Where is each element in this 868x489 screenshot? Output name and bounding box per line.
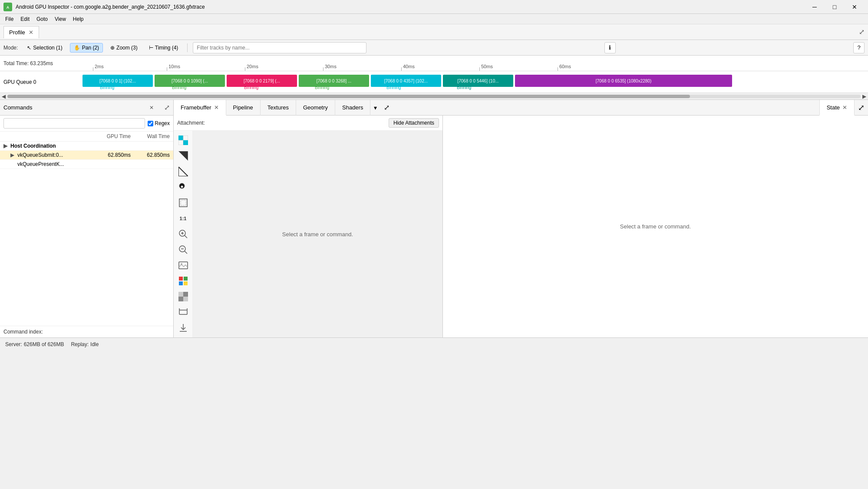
maximize-button[interactable]: □: [825, 0, 845, 14]
commands-panel-title: Commands: [3, 104, 146, 111]
menu-view[interactable]: View: [51, 15, 69, 23]
tab-geometry[interactable]: Geometry: [296, 100, 335, 116]
mode-pan-button[interactable]: ✋ Pan (2): [70, 43, 103, 53]
scrollbar-track[interactable]: [7, 95, 861, 98]
download-icon-btn[interactable]: [176, 321, 190, 335]
mode-selection-button[interactable]: ↖ Selection (1): [23, 43, 66, 53]
right-content: Attachment: Hide Attachments: [174, 116, 868, 337]
triangle-bottom-left-icon-btn[interactable]: [176, 165, 190, 178]
right-panels-expand-button[interactable]: ⤢: [380, 100, 393, 116]
triangle-top-right-icon-btn[interactable]: [176, 149, 190, 163]
replay-value: Idle: [90, 341, 99, 347]
server-info: Server: 626MB of 626MB: [5, 341, 64, 347]
framebuffer-empty-message: Select a frame or command.: [282, 231, 353, 238]
minimize-button[interactable]: ─: [805, 0, 825, 14]
color-channels-icon-btn[interactable]: ◆: [176, 180, 190, 194]
gpu-block-1[interactable]: [7068 0 0 1] (102...: [83, 75, 153, 87]
gpu-block-2[interactable]: [7068 0 0 1090] (...: [155, 75, 225, 87]
scrollbar-thumb[interactable]: [7, 95, 690, 98]
regex-checkbox-label: Regex: [148, 120, 170, 126]
svg-rect-3: [183, 135, 188, 140]
zoom-out-icon-btn[interactable]: [176, 243, 190, 257]
svg-rect-28: [183, 292, 188, 297]
filter-tracks-input[interactable]: [193, 42, 366, 53]
command-index: Command index:: [0, 326, 173, 337]
mode-zoom-button[interactable]: ⊕ Zoom (3): [106, 43, 142, 53]
svg-rect-30: [179, 310, 187, 314]
time-mark-50ms: 50ms: [481, 64, 493, 69]
gpu-block-5[interactable]: [7068 0 0 4357] (102...: [371, 75, 441, 87]
gpu-block-3[interactable]: [7068 0 0 2179] (...: [227, 75, 297, 87]
framebuffer-tab-close[interactable]: ✕: [214, 104, 219, 111]
fit-view-icon-btn[interactable]: [176, 196, 190, 210]
state-panel: Select a frame or command.: [443, 116, 868, 337]
framebuffer-canvas: Select a frame or command.: [193, 131, 442, 337]
time-tick-30ms: [323, 67, 323, 71]
expand-arrow-2[interactable]: ▶: [10, 152, 17, 158]
table-row[interactable]: ▶ Host Coordination: [0, 142, 173, 151]
regex-checkbox[interactable]: [148, 121, 153, 126]
mode-timing-button[interactable]: ⊢ Timing (4): [145, 43, 182, 53]
tab-framebuffer[interactable]: Framebuffer ✕: [174, 100, 226, 116]
time-tick-2ms: [93, 67, 93, 71]
menu-file[interactable]: File: [2, 15, 17, 23]
gpu-queue-label: GPU Queue 0: [0, 79, 83, 85]
zoom-in-icon-btn[interactable]: [176, 227, 190, 241]
profile-tab-close[interactable]: ✕: [29, 29, 33, 36]
commands-close-button[interactable]: ✕: [149, 105, 154, 111]
time-tick-50ms: [479, 67, 480, 71]
menu-help[interactable]: Help: [69, 15, 87, 23]
scroll-left-arrow[interactable]: ◀: [2, 93, 6, 99]
gpu-block-6[interactable]: [7068 0 0 5446] (10...: [443, 75, 513, 87]
info-button[interactable]: ℹ: [604, 42, 616, 53]
help-button[interactable]: ?: [853, 42, 865, 53]
commands-panel: Commands ✕ ⤢ Regex GPU Time Wall Time ▶ …: [0, 100, 174, 337]
mode-label: Mode:: [3, 45, 18, 51]
time-tick-20ms: [245, 67, 245, 71]
hide-attachments-button[interactable]: Hide Attachments: [389, 118, 439, 128]
svg-rect-29: [178, 297, 183, 301]
time-ruler: 2ms 10ms 20ms 30ms 40ms 50ms 60ms: [86, 56, 868, 71]
time-mark-2ms: 2ms: [95, 64, 104, 69]
crop-icon-btn[interactable]: [176, 305, 190, 319]
more-tabs-button[interactable]: ▾: [370, 100, 380, 116]
commands-search-input[interactable]: [3, 118, 145, 129]
gpu-queue-track[interactable]: [7068 0 0 1] (102... Binning [7068 0 0 1…: [83, 71, 868, 93]
scroll-right-arrow[interactable]: ▶: [862, 93, 866, 99]
close-button[interactable]: ✕: [845, 0, 865, 14]
menu-goto[interactable]: Goto: [33, 15, 51, 23]
tab-shaders[interactable]: Shaders: [335, 100, 370, 116]
gpu-block-4[interactable]: [7068 0 0 3268] ...: [299, 75, 369, 87]
image-display-icon-btn[interactable]: [176, 258, 190, 272]
tab-state[interactable]: State ✕: [819, 100, 855, 116]
menu-edit[interactable]: Edit: [17, 15, 33, 23]
tab-pipeline[interactable]: Pipeline: [226, 100, 261, 116]
commands-panel-header: Commands ✕ ⤢: [0, 100, 173, 116]
checker-pattern-icon-btn[interactable]: [176, 290, 190, 304]
checkerboard-icon-btn[interactable]: [176, 133, 190, 147]
gpu-block-7[interactable]: [7068 0 0 6535] (1080x2280): [515, 75, 732, 87]
commands-expand-button[interactable]: ⤢: [164, 103, 170, 112]
profile-expand-icon[interactable]: ⤢: [859, 28, 865, 36]
svg-rect-25: [184, 281, 188, 285]
timeline-header: Total Time: 63.235ms 2ms 10ms 20ms 30ms …: [0, 56, 868, 71]
ratio-1-1-icon-btn[interactable]: 1:1: [176, 211, 190, 225]
framebuffer-icon-toolbar: ◆ 1:1: [174, 131, 193, 337]
zoom-mode-icon: ⊕: [110, 45, 115, 51]
horizontal-scrollbar[interactable]: ◀ ▶: [0, 93, 868, 100]
table-row[interactable]: ▶ vkQueuePresentK...: [0, 160, 173, 169]
svg-rect-24: [179, 281, 183, 285]
color-map-icon-btn[interactable]: [176, 274, 190, 288]
window-title: Android GPU Inspector - com.google.a2g.b…: [16, 4, 805, 10]
menu-bar: File Edit Goto View Help: [0, 14, 868, 24]
profile-tab[interactable]: Profile ✕: [3, 26, 39, 38]
expand-arrow-1[interactable]: ▶: [3, 143, 10, 149]
binning-label-4: Binning: [315, 85, 329, 90]
state-tab-close[interactable]: ✕: [842, 104, 847, 111]
framebuffer-panel: Attachment: Hide Attachments: [174, 116, 443, 337]
svg-rect-12: [181, 200, 186, 205]
commands-search-row: Regex: [0, 116, 173, 132]
tab-textures[interactable]: Textures: [261, 100, 296, 116]
table-row[interactable]: ▶ vkQueueSubmit:0... 62.850ms 62.850ms: [0, 151, 173, 160]
state-expand-button[interactable]: ⤢: [855, 100, 868, 116]
